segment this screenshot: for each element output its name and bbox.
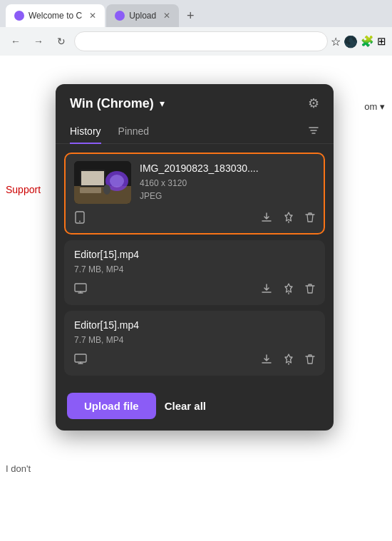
chevron-down-icon[interactable]: ▾	[160, 98, 165, 109]
item-meta-2: 7.7 MB, MP4	[74, 334, 315, 346]
items-list: IMG_20190823_183030.... 4160 x 3120 JPEG	[56, 144, 334, 384]
item-meta-1: 7.7 MB, MP4	[74, 263, 315, 276]
browser-chrome: Welcome to C ✕ Upload ✕ + ← → ↻ ☆ 🌑 🧩 ⊞	[0, 0, 392, 56]
history-item-2: Editor[15].mp4 7.7 MB, MP4	[64, 311, 325, 376]
item-name-2: Editor[15].mp4	[74, 319, 315, 331]
tab-upload[interactable]: Upload ✕	[106, 4, 179, 27]
back-button[interactable]: ←	[6, 31, 26, 51]
download-icon-1[interactable]	[261, 283, 272, 297]
address-bar[interactable]	[74, 31, 328, 51]
tab-label-welcome: Welcome to C	[29, 11, 82, 21]
tab-close-upload[interactable]: ✕	[163, 11, 170, 20]
panel-footer: Upload file Clear all	[56, 384, 334, 431]
monitor-icon-2[interactable]	[74, 354, 87, 367]
tab-bar: Welcome to C ✕ Upload ✕ +	[0, 0, 392, 27]
item-info-2: Editor[15].mp4 7.7 MB, MP4	[74, 319, 315, 346]
delete-icon-0[interactable]	[305, 212, 315, 225]
new-tab-button[interactable]: +	[180, 6, 200, 26]
delete-icon-2[interactable]	[305, 354, 315, 367]
download-icon-0[interactable]	[261, 212, 272, 225]
clear-all-button[interactable]: Clear all	[165, 400, 206, 412]
panel-header: Win (Chrome) ▾ ⚙	[56, 84, 334, 120]
item-name-1: Editor[15].mp4	[74, 249, 315, 260]
reload-button[interactable]: ↻	[51, 31, 71, 51]
svg-rect-13	[75, 354, 86, 362]
svg-rect-4	[80, 187, 101, 193]
item-main-1: Editor[15].mp4 7.7 MB, MP4	[74, 249, 315, 276]
tab-history[interactable]: History	[70, 120, 101, 144]
profile-icon[interactable]: 🌑	[344, 35, 358, 48]
forward-button[interactable]: →	[29, 31, 48, 51]
dont-text: I don't	[6, 463, 31, 474]
tab-welcome[interactable]: Welcome to C ✕	[6, 4, 105, 27]
delete-icon-1[interactable]	[305, 283, 315, 297]
item-actions-2	[74, 354, 315, 367]
om-text: om ▾	[364, 101, 385, 112]
svg-point-6	[110, 175, 124, 187]
panel-tabs: History Pinned	[56, 120, 334, 144]
pin-icon-1[interactable]	[284, 283, 294, 297]
history-item-1: Editor[15].mp4 7.7 MB, MP4	[64, 240, 325, 305]
item-info-1: Editor[15].mp4 7.7 MB, MP4	[74, 249, 315, 276]
tab-close-welcome[interactable]: ✕	[89, 11, 96, 20]
panel-title-text: Win (Chrome)	[70, 96, 154, 111]
item-meta-0: 4160 x 3120 JPEG	[140, 177, 315, 202]
history-item-0: IMG_20190823_183030.... 4160 x 3120 JPEG	[64, 153, 325, 235]
page-background: Support I don't om ▾ Win (Chrome) ▾ ⚙ Hi…	[0, 56, 392, 541]
menu-icon[interactable]: ⊞	[377, 35, 386, 48]
svg-point-7	[103, 185, 110, 195]
tab-favicon-upload	[115, 11, 125, 21]
tab-pinned[interactable]: Pinned	[118, 120, 150, 144]
gear-icon[interactable]: ⚙	[308, 96, 319, 111]
item-actions-1	[74, 283, 315, 297]
panel-title: Win (Chrome) ▾	[70, 96, 165, 111]
item-actions-0	[74, 211, 315, 226]
svg-rect-11	[75, 284, 86, 292]
browser-toolbar: ← → ↻ ☆ 🌑 🧩 ⊞	[0, 27, 392, 56]
pin-icon-0[interactable]	[284, 212, 294, 225]
phone-icon-0[interactable]	[74, 211, 86, 226]
extension-manager-icon[interactable]: 🧩	[361, 35, 374, 48]
filter-icon[interactable]	[308, 125, 319, 139]
tab-favicon-welcome	[14, 11, 24, 21]
svg-point-9	[79, 221, 81, 222]
item-thumbnail-0	[74, 161, 131, 204]
upload-file-button[interactable]: Upload file	[67, 393, 156, 419]
pin-icon-2[interactable]	[284, 354, 294, 367]
dropdown-panel: Win (Chrome) ▾ ⚙ History Pinned	[56, 84, 334, 431]
item-main-2: Editor[15].mp4 7.7 MB, MP4	[74, 319, 315, 346]
tab-label-upload: Upload	[129, 11, 156, 21]
monitor-icon-1[interactable]	[74, 283, 87, 297]
item-name-0: IMG_20190823_183030....	[140, 163, 315, 174]
download-icon-2[interactable]	[261, 354, 272, 367]
item-main-0: IMG_20190823_183030.... 4160 x 3120 JPEG	[74, 161, 315, 204]
bookmark-icon[interactable]: ☆	[331, 35, 341, 48]
support-text: Support	[0, 184, 41, 195]
svg-rect-3	[81, 171, 104, 185]
toolbar-icons: ☆ 🌑 🧩 ⊞	[331, 35, 386, 48]
item-info-0: IMG_20190823_183030.... 4160 x 3120 JPEG	[140, 163, 315, 202]
